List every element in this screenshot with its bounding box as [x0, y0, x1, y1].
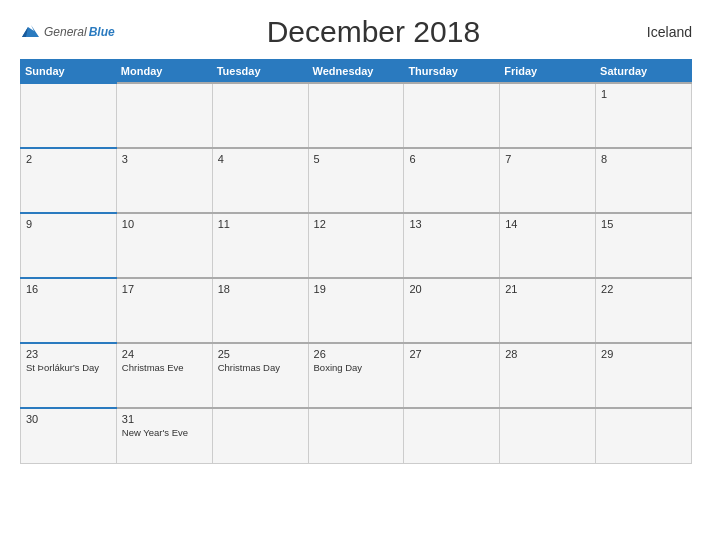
logo-icon	[20, 21, 42, 43]
calendar-cell: 25Christmas Day	[212, 343, 308, 408]
calendar-page: General Blue December 2018 Iceland Sunda…	[0, 0, 712, 550]
holiday-name: St Þorlákur's Day	[26, 362, 111, 374]
calendar-cell: 30	[21, 408, 117, 463]
calendar-cell: 15	[596, 213, 692, 278]
calendar-cell: 27	[404, 343, 500, 408]
calendar-cell	[212, 408, 308, 463]
day-number: 1	[601, 88, 686, 100]
day-number: 19	[314, 283, 399, 295]
calendar-cell: 13	[404, 213, 500, 278]
header-thursday: Thursday	[404, 60, 500, 84]
day-number: 4	[218, 153, 303, 165]
day-number: 9	[26, 218, 111, 230]
calendar-cell	[308, 408, 404, 463]
day-number: 6	[409, 153, 494, 165]
calendar-header: Sunday Monday Tuesday Wednesday Thursday…	[21, 60, 692, 84]
holiday-name: Boxing Day	[314, 362, 399, 374]
calendar-week-1: 1	[21, 83, 692, 148]
calendar-cell: 29	[596, 343, 692, 408]
header-monday: Monday	[116, 60, 212, 84]
calendar-week-3: 9101112131415	[21, 213, 692, 278]
calendar-cell: 8	[596, 148, 692, 213]
calendar-cell: 17	[116, 278, 212, 343]
calendar-cell	[404, 83, 500, 148]
calendar-cell: 6	[404, 148, 500, 213]
header-saturday: Saturday	[596, 60, 692, 84]
calendar-cell: 24Christmas Eve	[116, 343, 212, 408]
logo-general: General	[44, 25, 87, 39]
calendar-cell: 9	[21, 213, 117, 278]
calendar-cell: 18	[212, 278, 308, 343]
calendar-cell: 1	[596, 83, 692, 148]
calendar-cell: 22	[596, 278, 692, 343]
weekday-header-row: Sunday Monday Tuesday Wednesday Thursday…	[21, 60, 692, 84]
day-number: 18	[218, 283, 303, 295]
calendar-table: Sunday Monday Tuesday Wednesday Thursday…	[20, 59, 692, 464]
day-number: 3	[122, 153, 207, 165]
day-number: 26	[314, 348, 399, 360]
day-number: 20	[409, 283, 494, 295]
calendar-cell: 5	[308, 148, 404, 213]
holiday-name: New Year's Eve	[122, 427, 207, 439]
calendar-cell: 21	[500, 278, 596, 343]
day-number: 28	[505, 348, 590, 360]
calendar-cell: 12	[308, 213, 404, 278]
day-number: 31	[122, 413, 207, 425]
header-sunday: Sunday	[21, 60, 117, 84]
calendar-week-4: 16171819202122	[21, 278, 692, 343]
day-number: 10	[122, 218, 207, 230]
calendar-body: 1234567891011121314151617181920212223St …	[21, 83, 692, 463]
calendar-cell: 3	[116, 148, 212, 213]
calendar-cell: 19	[308, 278, 404, 343]
calendar-cell: 10	[116, 213, 212, 278]
day-number: 5	[314, 153, 399, 165]
header-friday: Friday	[500, 60, 596, 84]
day-number: 22	[601, 283, 686, 295]
day-number: 27	[409, 348, 494, 360]
day-number: 24	[122, 348, 207, 360]
day-number: 29	[601, 348, 686, 360]
day-number: 21	[505, 283, 590, 295]
day-number: 12	[314, 218, 399, 230]
calendar-cell: 16	[21, 278, 117, 343]
page-header: General Blue December 2018 Iceland	[20, 15, 692, 49]
month-title: December 2018	[115, 15, 632, 49]
calendar-cell	[212, 83, 308, 148]
logo: General Blue	[20, 21, 115, 43]
day-number: 2	[26, 153, 111, 165]
day-number: 16	[26, 283, 111, 295]
calendar-cell: 20	[404, 278, 500, 343]
calendar-week-6: 3031New Year's Eve	[21, 408, 692, 463]
calendar-cell	[21, 83, 117, 148]
calendar-cell: 28	[500, 343, 596, 408]
calendar-week-2: 2345678	[21, 148, 692, 213]
calendar-cell: 26Boxing Day	[308, 343, 404, 408]
calendar-cell: 2	[21, 148, 117, 213]
holiday-name: Christmas Day	[218, 362, 303, 374]
header-wednesday: Wednesday	[308, 60, 404, 84]
calendar-cell: 31New Year's Eve	[116, 408, 212, 463]
calendar-cell	[308, 83, 404, 148]
calendar-cell	[596, 408, 692, 463]
calendar-cell	[500, 83, 596, 148]
day-number: 14	[505, 218, 590, 230]
day-number: 8	[601, 153, 686, 165]
calendar-cell: 7	[500, 148, 596, 213]
calendar-cell: 4	[212, 148, 308, 213]
calendar-cell	[500, 408, 596, 463]
day-number: 15	[601, 218, 686, 230]
calendar-cell	[116, 83, 212, 148]
header-tuesday: Tuesday	[212, 60, 308, 84]
holiday-name: Christmas Eve	[122, 362, 207, 374]
day-number: 30	[26, 413, 111, 425]
calendar-cell: 23St Þorlákur's Day	[21, 343, 117, 408]
calendar-cell: 11	[212, 213, 308, 278]
day-number: 13	[409, 218, 494, 230]
calendar-cell	[404, 408, 500, 463]
logo-blue: Blue	[89, 25, 115, 39]
day-number: 17	[122, 283, 207, 295]
day-number: 7	[505, 153, 590, 165]
calendar-cell: 14	[500, 213, 596, 278]
day-number: 11	[218, 218, 303, 230]
day-number: 23	[26, 348, 111, 360]
